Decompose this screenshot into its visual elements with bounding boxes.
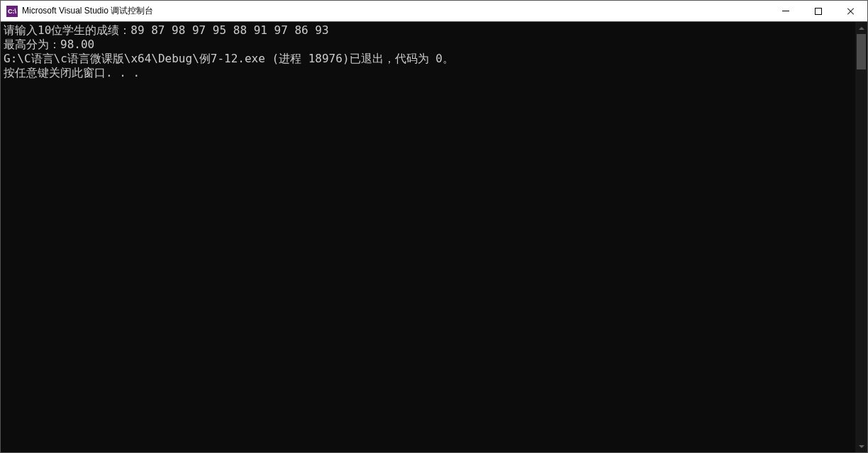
console-output[interactable]: 请输入10位学生的成绩：89 87 98 97 95 88 91 97 86 9… (1, 22, 855, 452)
close-icon (847, 7, 855, 16)
console-line: 最高分为：98.00 (4, 38, 852, 52)
scrollbar-thumb[interactable] (857, 34, 866, 69)
maximize-button[interactable] (802, 1, 835, 21)
app-icon: C:\ (6, 6, 18, 17)
chevron-up-icon (859, 27, 864, 30)
scrollbar-track[interactable] (855, 34, 867, 440)
vertical-scrollbar[interactable] (855, 22, 867, 452)
minimize-icon (782, 11, 789, 11)
titlebar[interactable]: C:\ Microsoft Visual Studio 调试控制台 (1, 1, 867, 22)
console-area: 请输入10位学生的成绩：89 87 98 97 95 88 91 97 86 9… (1, 22, 867, 452)
console-window: C:\ Microsoft Visual Studio 调试控制台 请输入10位… (0, 0, 868, 453)
minimize-button[interactable] (769, 1, 802, 21)
titlebar-buttons (769, 1, 867, 21)
window-title: Microsoft Visual Studio 调试控制台 (22, 5, 769, 17)
scroll-down-button[interactable] (855, 440, 867, 452)
chevron-down-icon (859, 445, 864, 448)
scroll-up-button[interactable] (855, 22, 867, 34)
console-line: G:\C语言\c语言微课版\x64\Debug\例7-12.exe (进程 18… (4, 52, 852, 66)
console-line: 请输入10位学生的成绩：89 87 98 97 95 88 91 97 86 9… (4, 23, 852, 38)
console-line: 按任意键关闭此窗口. . . (4, 66, 852, 80)
maximize-icon (815, 8, 822, 15)
close-button[interactable] (835, 1, 867, 21)
